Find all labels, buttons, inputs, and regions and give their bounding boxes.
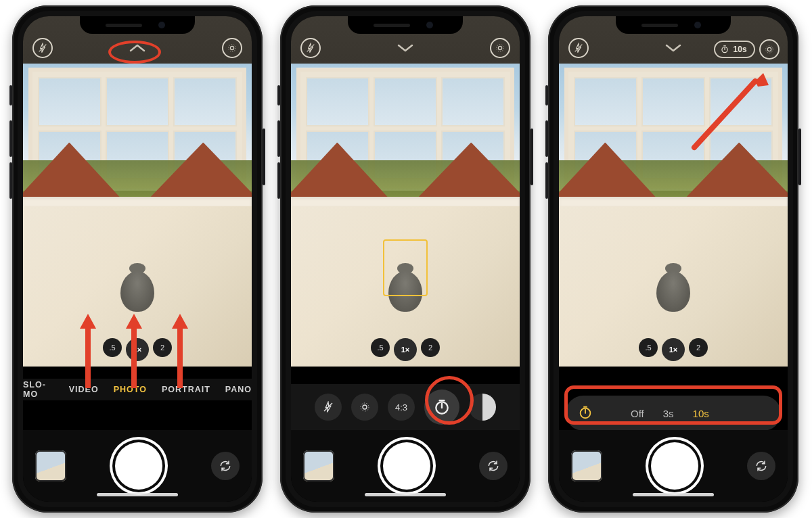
camera-app-screen: .5 1× 2 4:3 bbox=[291, 16, 520, 502]
camera-viewfinder[interactable]: .5 1× 2 bbox=[23, 64, 252, 367]
annotation-timer-row-highlight bbox=[564, 385, 782, 425]
phone-1: .5 1× 2 SLO-MO VIDEO PHOTO PORTRAIT PANO bbox=[12, 5, 263, 513]
svg-point-16 bbox=[766, 46, 773, 53]
camera-dock bbox=[559, 430, 788, 502]
live-photo-toggle[interactable] bbox=[222, 38, 242, 58]
svg-point-1 bbox=[230, 46, 233, 49]
aspect-ratio-control[interactable]: 4:3 bbox=[388, 394, 415, 421]
svg-point-2 bbox=[229, 45, 236, 52]
svg-point-15 bbox=[767, 47, 771, 51]
power-button bbox=[263, 128, 265, 185]
live-photo-control[interactable] bbox=[351, 394, 378, 421]
subject-head bbox=[116, 263, 158, 312]
shutter-button[interactable] bbox=[383, 442, 430, 490]
home-indicator[interactable] bbox=[97, 493, 178, 496]
camera-flip-icon bbox=[754, 459, 768, 473]
zoom-2x[interactable]: 2 bbox=[421, 338, 440, 357]
live-photo-toggle[interactable] bbox=[490, 38, 510, 58]
recent-photo-thumbnail[interactable] bbox=[571, 450, 602, 481]
phone-3: 10s .5 1× 2 bbox=[548, 5, 798, 513]
timer-status-badge[interactable]: 10s bbox=[714, 41, 755, 58]
recent-photo-thumbnail[interactable] bbox=[35, 450, 66, 481]
camera-controls-row: 4:3 bbox=[291, 384, 520, 430]
camera-app-screen: .5 1× 2 SLO-MO VIDEO PHOTO PORTRAIT PANO bbox=[23, 16, 252, 502]
live-photo-icon bbox=[359, 401, 371, 413]
zoom-0_5x[interactable]: .5 bbox=[371, 338, 390, 357]
mute-switch bbox=[9, 85, 12, 105]
home-indicator[interactable] bbox=[633, 493, 714, 496]
shutter-button[interactable] bbox=[651, 442, 698, 490]
device-notch bbox=[80, 16, 195, 34]
svg-point-10 bbox=[363, 405, 367, 409]
zoom-selector[interactable]: .5 1× 2 bbox=[639, 338, 708, 361]
flash-control[interactable] bbox=[315, 394, 342, 421]
camera-flip-button[interactable] bbox=[211, 452, 240, 480]
camera-flip-button[interactable] bbox=[747, 452, 775, 480]
zoom-2x[interactable]: 2 bbox=[153, 338, 172, 357]
annotation-chevron-highlight bbox=[108, 41, 161, 64]
chevron-down-icon bbox=[397, 43, 414, 53]
camera-dock bbox=[291, 430, 520, 502]
device-notch bbox=[348, 16, 463, 34]
timer-icon bbox=[720, 45, 729, 54]
zoom-0_5x[interactable]: .5 bbox=[639, 338, 658, 357]
live-photo-toggle[interactable] bbox=[759, 39, 780, 60]
svg-point-7 bbox=[498, 46, 501, 49]
collapse-controls-chevron[interactable] bbox=[664, 43, 682, 53]
camera-viewfinder[interactable]: .5 1× 2 bbox=[559, 64, 788, 367]
zoom-selector[interactable]: .5 1× 2 bbox=[371, 338, 440, 361]
timer-badge-text: 10s bbox=[733, 45, 747, 54]
live-photo-icon bbox=[764, 44, 775, 55]
shutter-button[interactable] bbox=[115, 442, 162, 490]
phone-frame: .5 1× 2 SLO-MO VIDEO PHOTO PORTRAIT PANO bbox=[18, 11, 257, 507]
tutorial-three-phones: .5 1× 2 SLO-MO VIDEO PHOTO PORTRAIT PANO bbox=[0, 0, 812, 518]
zoom-1x[interactable]: 1× bbox=[126, 338, 149, 361]
recent-photo-thumbnail[interactable] bbox=[303, 450, 334, 481]
zoom-2x[interactable]: 2 bbox=[689, 338, 708, 357]
svg-point-11 bbox=[361, 403, 369, 411]
device-notch bbox=[616, 16, 731, 34]
flash-off-icon bbox=[305, 43, 316, 53]
volume-down-button bbox=[9, 162, 12, 199]
zoom-selector[interactable]: .5 1× 2 bbox=[103, 338, 172, 361]
mode-pano[interactable]: PANO bbox=[225, 385, 252, 394]
flash-toggle[interactable] bbox=[300, 38, 321, 58]
phone-2: .5 1× 2 4:3 bbox=[280, 5, 531, 513]
camera-flip-icon bbox=[487, 459, 500, 473]
flash-off-icon bbox=[37, 43, 48, 53]
home-indicator[interactable] bbox=[365, 493, 446, 496]
zoom-0_5x[interactable]: .5 bbox=[103, 338, 122, 357]
mode-video[interactable]: VIDEO bbox=[69, 385, 99, 394]
mode-slomo[interactable]: SLO-MO bbox=[23, 380, 54, 399]
camera-flip-button[interactable] bbox=[479, 452, 508, 480]
camera-dock bbox=[23, 430, 252, 502]
flash-toggle[interactable] bbox=[32, 38, 53, 58]
collapse-controls-chevron[interactable] bbox=[397, 43, 414, 53]
camera-viewfinder[interactable]: .5 1× 2 bbox=[291, 64, 520, 367]
chevron-down-icon bbox=[664, 43, 682, 53]
mode-photo[interactable]: PHOTO bbox=[114, 385, 147, 394]
zoom-1x[interactable]: 1× bbox=[394, 338, 417, 361]
flash-off-icon bbox=[322, 401, 334, 413]
zoom-1x[interactable]: 1× bbox=[662, 338, 685, 361]
camera-mode-strip[interactable]: SLO-MO VIDEO PHOTO PORTRAIT PANO bbox=[23, 379, 252, 400]
focus-indicator bbox=[383, 239, 428, 296]
mode-portrait[interactable]: PORTRAIT bbox=[162, 385, 210, 394]
camera-flip-icon bbox=[219, 459, 232, 473]
live-photo-icon bbox=[227, 43, 238, 53]
live-photo-icon bbox=[495, 43, 505, 53]
svg-point-8 bbox=[497, 45, 504, 52]
annotation-timer-highlight bbox=[425, 376, 474, 425]
flash-off-icon bbox=[573, 43, 584, 53]
volume-up-button bbox=[9, 120, 12, 157]
flash-toggle[interactable] bbox=[568, 38, 589, 58]
camera-app-screen: 10s .5 1× 2 bbox=[559, 16, 788, 502]
